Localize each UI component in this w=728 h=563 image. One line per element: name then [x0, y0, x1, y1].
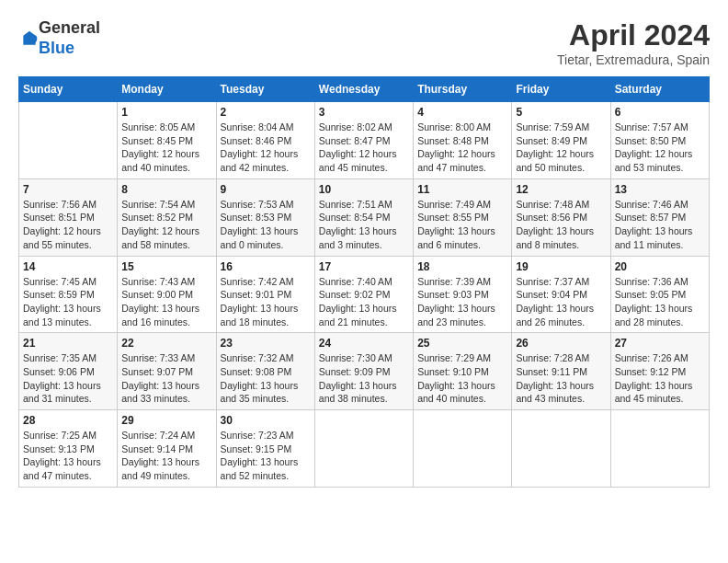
- day-info: Sunrise: 7:46 AMSunset: 8:57 PMDaylight:…: [615, 198, 705, 252]
- logo-text: General Blue: [39, 18, 100, 58]
- day-cell: 4Sunrise: 8:00 AMSunset: 8:48 PMDaylight…: [414, 102, 512, 179]
- day-info: Sunrise: 8:05 AMSunset: 8:45 PMDaylight:…: [121, 121, 211, 175]
- day-number: 23: [221, 337, 311, 350]
- logo-general: General: [39, 18, 100, 37]
- day-number: 24: [319, 337, 409, 350]
- header-day: Saturday: [610, 77, 709, 102]
- header-day: Monday: [118, 77, 216, 102]
- day-cell: 21Sunrise: 7:35 AMSunset: 9:06 PMDayligh…: [19, 333, 118, 410]
- day-info: Sunrise: 7:23 AMSunset: 9:15 PMDaylight:…: [221, 429, 311, 483]
- day-number: 29: [121, 414, 211, 427]
- day-cell: 2Sunrise: 8:04 AMSunset: 8:46 PMDaylight…: [216, 102, 314, 179]
- day-info: Sunrise: 7:45 AMSunset: 8:59 PMDaylight:…: [23, 275, 113, 329]
- day-number: 6: [615, 106, 705, 119]
- header-day: Tuesday: [216, 77, 314, 102]
- day-number: 1: [121, 106, 211, 119]
- day-number: 20: [615, 260, 705, 273]
- week-row: 14Sunrise: 7:45 AMSunset: 8:59 PMDayligh…: [19, 256, 710, 333]
- day-info: Sunrise: 7:53 AMSunset: 8:53 PMDaylight:…: [221, 198, 311, 252]
- day-info: Sunrise: 8:00 AMSunset: 8:48 PMDaylight:…: [417, 121, 507, 175]
- day-cell: 22Sunrise: 7:33 AMSunset: 9:07 PMDayligh…: [118, 333, 216, 410]
- day-cell: 15Sunrise: 7:43 AMSunset: 9:00 PMDayligh…: [118, 256, 216, 333]
- day-number: 7: [23, 183, 113, 196]
- week-row: 7Sunrise: 7:56 AMSunset: 8:51 PMDaylight…: [19, 178, 710, 256]
- week-row: 21Sunrise: 7:35 AMSunset: 9:06 PMDayligh…: [19, 333, 710, 410]
- day-info: Sunrise: 7:59 AMSunset: 8:49 PMDaylight:…: [516, 121, 606, 175]
- header-day: Sunday: [19, 77, 118, 102]
- header-day: Thursday: [414, 77, 512, 102]
- logo-icon: [20, 29, 39, 48]
- day-cell: 17Sunrise: 7:40 AMSunset: 9:02 PMDayligh…: [314, 256, 413, 333]
- day-info: Sunrise: 7:49 AMSunset: 8:55 PMDaylight:…: [417, 198, 507, 252]
- day-cell: 27Sunrise: 7:26 AMSunset: 9:12 PMDayligh…: [610, 333, 709, 410]
- day-cell: 30Sunrise: 7:23 AMSunset: 9:15 PMDayligh…: [216, 410, 314, 488]
- day-cell: 24Sunrise: 7:30 AMSunset: 9:09 PMDayligh…: [314, 333, 413, 410]
- day-info: Sunrise: 7:51 AMSunset: 8:54 PMDaylight:…: [319, 198, 409, 252]
- day-number: 8: [121, 183, 211, 196]
- day-number: 21: [23, 337, 113, 350]
- day-number: 11: [417, 183, 507, 196]
- day-number: 28: [23, 414, 113, 427]
- day-cell: 10Sunrise: 7:51 AMSunset: 8:54 PMDayligh…: [314, 178, 413, 256]
- day-info: Sunrise: 7:29 AMSunset: 9:10 PMDaylight:…: [417, 351, 507, 406]
- day-cell: 8Sunrise: 7:54 AMSunset: 8:52 PMDaylight…: [118, 178, 216, 256]
- day-number: 12: [516, 183, 606, 196]
- day-info: Sunrise: 7:48 AMSunset: 8:56 PMDaylight:…: [516, 198, 606, 252]
- day-number: 9: [221, 183, 311, 196]
- location: Tietar, Extremadura, Spain: [557, 52, 710, 67]
- day-info: Sunrise: 7:42 AMSunset: 9:01 PMDaylight:…: [221, 275, 311, 329]
- day-cell: 13Sunrise: 7:46 AMSunset: 8:57 PMDayligh…: [610, 178, 709, 256]
- day-cell: 11Sunrise: 7:49 AMSunset: 8:55 PMDayligh…: [414, 178, 512, 256]
- day-number: 22: [121, 337, 211, 350]
- day-cell: 25Sunrise: 7:29 AMSunset: 9:10 PMDayligh…: [414, 333, 512, 410]
- day-cell: 7Sunrise: 7:56 AMSunset: 8:51 PMDaylight…: [19, 178, 118, 256]
- day-cell: 18Sunrise: 7:39 AMSunset: 9:03 PMDayligh…: [414, 256, 512, 333]
- day-info: Sunrise: 7:39 AMSunset: 9:03 PMDaylight:…: [417, 275, 507, 329]
- day-number: 26: [516, 337, 606, 350]
- day-cell: 23Sunrise: 7:32 AMSunset: 9:08 PMDayligh…: [216, 333, 314, 410]
- day-number: 15: [121, 260, 211, 273]
- logo-blue: Blue: [39, 39, 74, 57]
- day-cell: 16Sunrise: 7:42 AMSunset: 9:01 PMDayligh…: [216, 256, 314, 333]
- day-number: 30: [221, 414, 311, 427]
- calendar: SundayMondayTuesdayWednesdayThursdayFrid…: [18, 76, 710, 488]
- day-number: 13: [615, 183, 705, 196]
- day-cell: 9Sunrise: 7:53 AMSunset: 8:53 PMDaylight…: [216, 178, 314, 256]
- day-cell: 1Sunrise: 8:05 AMSunset: 8:45 PMDaylight…: [118, 102, 216, 179]
- day-number: 2: [221, 106, 311, 119]
- day-number: 19: [516, 260, 606, 273]
- day-cell: 6Sunrise: 7:57 AMSunset: 8:50 PMDaylight…: [610, 102, 709, 179]
- day-number: 25: [417, 337, 507, 350]
- month-title: April 2024: [557, 18, 710, 52]
- day-info: Sunrise: 7:43 AMSunset: 9:00 PMDaylight:…: [121, 275, 211, 329]
- day-number: 5: [516, 106, 606, 119]
- day-info: Sunrise: 7:30 AMSunset: 9:09 PMDaylight:…: [319, 351, 409, 406]
- day-cell: 26Sunrise: 7:28 AMSunset: 9:11 PMDayligh…: [512, 333, 610, 410]
- day-info: Sunrise: 7:28 AMSunset: 9:11 PMDaylight:…: [516, 351, 606, 406]
- day-cell: 28Sunrise: 7:25 AMSunset: 9:13 PMDayligh…: [19, 410, 118, 488]
- day-info: Sunrise: 7:35 AMSunset: 9:06 PMDaylight:…: [23, 351, 113, 406]
- day-info: Sunrise: 7:57 AMSunset: 8:50 PMDaylight:…: [615, 121, 705, 175]
- day-number: 10: [319, 183, 409, 196]
- logo: General Blue: [18, 18, 100, 58]
- day-info: Sunrise: 8:04 AMSunset: 8:46 PMDaylight:…: [221, 121, 311, 175]
- day-number: 14: [23, 260, 113, 273]
- header-row: SundayMondayTuesdayWednesdayThursdayFrid…: [19, 77, 710, 102]
- day-cell: [314, 410, 413, 488]
- day-info: Sunrise: 8:02 AMSunset: 8:47 PMDaylight:…: [319, 121, 409, 175]
- day-cell: 29Sunrise: 7:24 AMSunset: 9:14 PMDayligh…: [118, 410, 216, 488]
- day-info: Sunrise: 7:36 AMSunset: 9:05 PMDaylight:…: [615, 275, 705, 329]
- day-info: Sunrise: 7:32 AMSunset: 9:08 PMDaylight:…: [221, 351, 311, 406]
- week-row: 28Sunrise: 7:25 AMSunset: 9:13 PMDayligh…: [19, 410, 710, 488]
- day-cell: 14Sunrise: 7:45 AMSunset: 8:59 PMDayligh…: [19, 256, 118, 333]
- header-day: Wednesday: [314, 77, 413, 102]
- day-cell: [19, 102, 118, 179]
- day-number: 3: [319, 106, 409, 119]
- page-header: General Blue April 2024 Tietar, Extremad…: [18, 18, 710, 67]
- day-number: 17: [319, 260, 409, 273]
- day-info: Sunrise: 7:24 AMSunset: 9:14 PMDaylight:…: [121, 429, 211, 483]
- day-number: 16: [221, 260, 311, 273]
- day-cell: 12Sunrise: 7:48 AMSunset: 8:56 PMDayligh…: [512, 178, 610, 256]
- day-info: Sunrise: 7:37 AMSunset: 9:04 PMDaylight:…: [516, 275, 606, 329]
- day-number: 4: [417, 106, 507, 119]
